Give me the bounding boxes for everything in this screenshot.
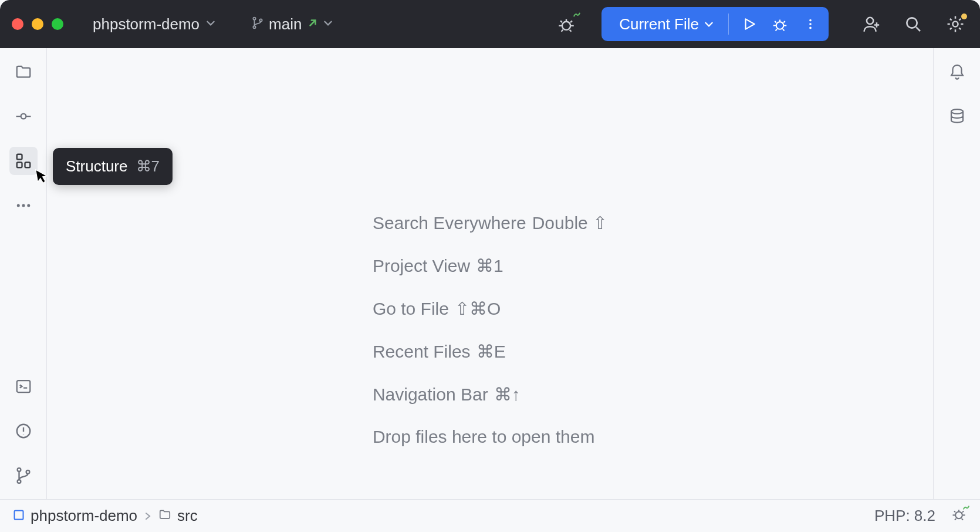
svg-point-25: [955, 512, 962, 519]
more-actions-button[interactable]: [797, 11, 824, 38]
svg-rect-18: [16, 381, 30, 392]
debug-button[interactable]: [766, 11, 793, 38]
hint-project-view: Project View ⌘1: [373, 255, 607, 276]
run-config-label: Current File: [619, 15, 699, 33]
terminal-tool-button[interactable]: [9, 372, 38, 400]
search-icon[interactable]: [900, 11, 926, 37]
hint-drop-files: Drop files here to open them: [373, 427, 607, 447]
settings-icon[interactable]: [942, 11, 968, 37]
hint-navigation-bar: Navigation Bar ⌘↑: [373, 384, 607, 405]
project-name: phpstorm-demo: [93, 15, 200, 33]
breadcrumbs: phpstorm-demo src: [13, 507, 198, 525]
right-tool-rail: [933, 48, 980, 499]
statusbar-right: PHP: 8.2: [874, 506, 967, 526]
chevron-right-icon: [143, 507, 153, 525]
svg-rect-14: [25, 163, 30, 168]
statusbar: phpstorm-demo src PHP: 8.2: [0, 499, 980, 532]
svg-point-3: [562, 22, 570, 30]
project-selector[interactable]: phpstorm-demo: [93, 15, 216, 33]
hint-recent-files: Recent Files ⌘E: [373, 341, 607, 362]
editor-area[interactable]: Search Everywhere Double ⇧ Project View …: [47, 48, 933, 499]
svg-point-16: [22, 204, 25, 207]
svg-point-21: [17, 480, 21, 483]
run-widget: Current File: [601, 7, 829, 41]
svg-point-15: [16, 204, 19, 207]
svg-point-22: [26, 470, 29, 474]
svg-point-11: [21, 114, 26, 119]
structure-tooltip: Structure ⌘7: [53, 148, 173, 185]
svg-point-23: [951, 109, 963, 114]
svg-point-6: [809, 23, 812, 25]
notifications-tool-button[interactable]: [943, 58, 971, 86]
svg-point-9: [907, 18, 917, 28]
database-tool-button[interactable]: [943, 102, 971, 130]
breadcrumb-project[interactable]: phpstorm-demo: [31, 507, 137, 525]
svg-point-0: [253, 17, 255, 19]
svg-point-8: [867, 18, 873, 24]
svg-rect-12: [16, 154, 22, 160]
git-branch-selector[interactable]: main: [251, 15, 333, 33]
svg-point-10: [952, 21, 958, 26]
problems-tool-button[interactable]: [9, 417, 38, 445]
project-tool-button[interactable]: [9, 58, 38, 86]
svg-point-7: [809, 27, 812, 29]
minimize-window-icon[interactable]: [32, 18, 43, 30]
svg-point-20: [17, 468, 21, 472]
breadcrumb-folder[interactable]: src: [177, 507, 198, 525]
svg-point-5: [809, 19, 812, 22]
more-tools-button[interactable]: [9, 191, 38, 220]
maximize-window-icon[interactable]: [52, 18, 63, 30]
left-tool-rail: [0, 48, 47, 499]
divider: [728, 14, 729, 35]
php-version-widget[interactable]: PHP: 8.2: [874, 507, 935, 525]
svg-rect-13: [16, 163, 22, 168]
run-configuration-selector[interactable]: Current File: [619, 15, 721, 33]
svg-point-2: [259, 19, 262, 21]
push-arrow-icon: [307, 16, 318, 32]
svg-point-1: [253, 26, 255, 28]
tooltip-label: Structure: [66, 157, 128, 176]
branch-name: main: [269, 15, 302, 33]
svg-point-4: [776, 22, 784, 29]
left-rail-bottom: [9, 372, 38, 490]
folder-icon: [158, 507, 171, 525]
body-row: Search Everywhere Double ⇧ Project View …: [0, 48, 980, 499]
commit-tool-button[interactable]: [9, 102, 38, 130]
vcs-tool-button[interactable]: [9, 462, 38, 490]
hint-go-to-file: Go to File ⇧⌘O: [373, 298, 607, 319]
svg-point-17: [27, 204, 30, 207]
svg-rect-24: [15, 511, 23, 520]
branch-icon: [251, 15, 264, 33]
titlebar-right-icons: [858, 11, 968, 37]
tooltip-shortcut: ⌘7: [136, 157, 160, 176]
window-controls: [12, 18, 63, 30]
code-with-me-icon[interactable]: [858, 11, 884, 37]
structure-tool-button[interactable]: [9, 147, 38, 175]
chevron-down-icon: [323, 18, 333, 31]
module-icon: [13, 507, 25, 525]
editor-hints: Search Everywhere Double ⇧ Project View …: [373, 213, 607, 447]
debug-listener-icon[interactable]: [553, 11, 579, 37]
hint-search-everywhere: Search Everywhere Double ⇧: [373, 213, 607, 233]
chevron-down-icon: [205, 18, 216, 31]
run-button[interactable]: [736, 11, 763, 38]
titlebar: phpstorm-demo main Current File: [0, 0, 980, 48]
close-window-icon[interactable]: [12, 18, 23, 30]
debug-listener-status-icon[interactable]: [951, 506, 967, 526]
